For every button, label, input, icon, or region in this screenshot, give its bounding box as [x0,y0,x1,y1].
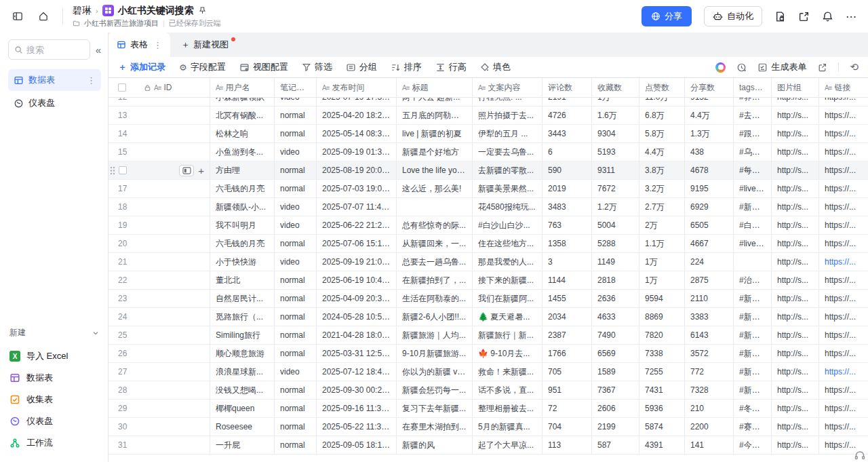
sort-button[interactable]: 排序 [391,61,422,73]
cell-tags[interactable]: #治愈... [734,271,772,289]
cell-title[interactable]: 9-10月新疆旅游... [397,345,473,362]
cell-value[interactable]: https://... [825,294,863,303]
column-header-tags[interactable]: tags标签 [734,78,772,97]
cell-link[interactable]: https://... [819,271,868,289]
cell-images[interactable]: http://s... [772,363,819,381]
column-header-type[interactable]: 笔记类型 [275,78,317,97]
cell-tags[interactable]: #白沙... [734,216,772,234]
history-button[interactable] [736,62,747,73]
cell-link[interactable]: https://... [819,290,868,307]
cell-collects[interactable]: 9311 [592,161,639,179]
cell-value[interactable]: https://... [825,257,863,267]
cell-title[interactable]: 总要去一趟乌鲁... [397,253,473,271]
cell-tags[interactable]: #今日o... [734,436,772,454]
cell-images[interactable]: http://s... [772,381,819,399]
cell-shares[interactable]: 3572 [685,345,734,362]
cell-username[interactable]: 没钱又想喝... [210,381,275,399]
table-row[interactable]: 15小鱼游到冬...video2025-09-19 01:34:08新疆是个好地… [108,143,868,161]
cell-likes[interactable]: 1万 [639,271,685,289]
cell-shares[interactable]: 772 [685,363,734,381]
cell-id[interactable] [138,143,210,161]
cell-type[interactable]: normal [275,436,317,454]
cell-username[interactable]: 自然居民计... [210,290,275,307]
cell-id[interactable] [138,363,210,381]
cell-value[interactable]: http://s... [777,202,813,212]
cell-shares[interactable]: 1.3万 [685,125,734,142]
cell-value[interactable]: http://s... [777,257,813,267]
cell-time[interactable]: 2025-06-22 21:27:03 [317,216,397,234]
cell-tags[interactable]: #跟着... [734,125,772,142]
cell-id[interactable] [138,216,210,234]
column-header-time[interactable]: A≡发布时间 [317,78,397,97]
more-icon[interactable]: ⋯ [846,10,857,23]
cell-images[interactable]: http://s... [772,271,819,289]
search-input[interactable] [8,39,90,60]
cell-tags[interactable]: #新疆... [734,345,772,362]
column-header-username[interactable]: A≡用户名 [210,78,275,97]
cell-username[interactable]: 小鱼游到冬... [210,143,275,161]
cell-type[interactable]: normal [275,418,317,436]
cell-likes[interactable]: 8869 [639,308,685,326]
cell-comments[interactable]: 2034 [542,308,592,326]
cell-value[interactable]: https://... [825,129,863,138]
cell-link[interactable]: https://... [819,180,868,197]
cell-value[interactable]: https://... [825,385,863,395]
cell-comments[interactable]: 3483 [542,198,592,216]
cell-content[interactable]: 住在这些地方... [473,235,542,252]
cell-images[interactable]: http://s... [772,290,819,307]
cell-comments[interactable]: 704 [542,418,592,436]
cell-content[interactable]: 去新疆的零散... [473,161,542,179]
cell-content[interactable]: 话不多说，直... [473,381,542,399]
cell-images[interactable]: http://s... [772,235,819,252]
cell-value[interactable]: https://... [825,166,863,175]
cell-collects[interactable]: 5004 [592,216,639,234]
cell-value[interactable]: http://s... [777,220,813,230]
cell-time[interactable]: 2025-07-19 17:57:21 [317,98,397,106]
cell-tags[interactable]: #乌鲁... [734,143,772,161]
cell-likes[interactable]: 5936 [639,400,685,417]
help-float-icon[interactable] [854,450,866,462]
cell-id[interactable] [138,308,210,326]
cell-images[interactable]: http://s... [772,125,819,142]
cell-value[interactable]: https://... [825,184,863,193]
cell-comments[interactable]: 705 [542,363,592,381]
cell-link[interactable]: https://... [819,418,868,436]
cell-collects[interactable]: 1万 [592,98,639,106]
new-view-button[interactable]: ＋ 新建视图 [170,33,239,57]
cell-shares[interactable]: 2200 [685,418,734,436]
undo-icon[interactable]: ⟲ [850,61,859,73]
cell-id[interactable] [138,125,210,142]
cell-likes[interactable]: 5.8万 [639,125,685,142]
cell-likes[interactable]: 7820 [639,326,685,344]
cell-images[interactable]: http://s... [772,345,819,362]
cell-type[interactable]: normal [275,326,317,344]
cell-time[interactable]: 2025-07-07 11:44:41 [317,198,397,216]
file-lock-icon[interactable] [774,11,786,22]
table-row[interactable]: 21小于快快游video2025-09-19 21:06:07总要去一趟乌鲁..… [108,253,868,271]
cell-content[interactable]: #白沙山白沙... [473,216,542,234]
cell-value[interactable]: http://s... [777,367,813,377]
cell-images[interactable]: http://s... [772,216,819,234]
cell-images[interactable]: http://s... [772,98,819,106]
cell-type[interactable]: video [275,363,317,381]
cell-type[interactable]: normal [275,125,317,142]
cell-shares[interactable]: 6505 [685,216,734,234]
cell-shares[interactable]: 3383 [685,308,734,326]
expand-record-button[interactable] [179,165,194,176]
cell-rownum[interactable]: 17 [108,180,138,197]
cell-time[interactable]: 2025-03-31 12:54:00 [317,345,397,362]
cell-value[interactable]: http://s... [777,166,813,175]
cell-type[interactable]: normal [275,161,317,179]
cell-images[interactable]: http://s... [772,198,819,216]
cell-time[interactable]: 2025-07-06 15:15:40 [317,235,397,252]
cell-collects[interactable]: 5288 [592,235,639,252]
cell-tags[interactable]: #冬季... [734,400,772,417]
cell-content[interactable]: 🍁 9-10月去... [473,345,542,362]
cell-images[interactable]: http://s... [772,418,819,436]
table-row[interactable]: 22董北北normal2025-06-19 10:41:32在新疆拍到了，...… [108,271,868,290]
cell-tags[interactable]: #新疆... [734,326,772,344]
cell-content[interactable]: 🌲 夏天避暑... [473,308,542,326]
cell-type[interactable]: normal [275,308,317,326]
breadcrumb-root[interactable]: 碧琳 [73,5,92,17]
cell-value[interactable]: https://... [825,202,863,212]
